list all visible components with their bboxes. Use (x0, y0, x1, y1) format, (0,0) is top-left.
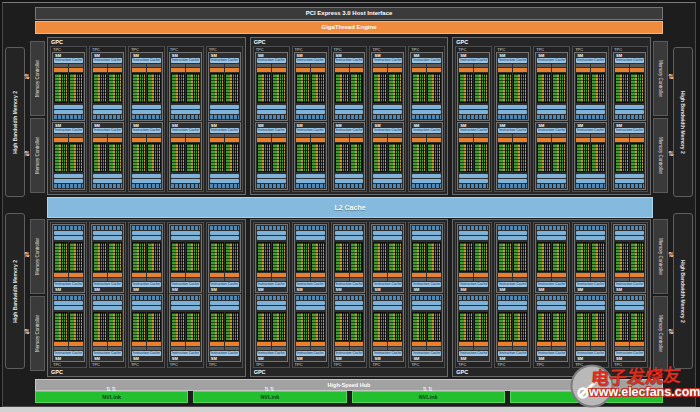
instruction-buffer-bar (311, 278, 325, 281)
core-grid (108, 312, 122, 342)
register-file-bar (576, 306, 605, 310)
gpc-box: GPCTPCSMInstruction CacheSMInstruction C… (452, 37, 651, 195)
sm-processing-block (257, 134, 271, 173)
memory-controller-bar: Memory Controller (653, 219, 668, 294)
instruction-buffer-bar (311, 64, 325, 67)
tpc-container: Instruction CacheSMInstruction CacheSMTP… (453, 220, 650, 368)
sm-processing-block (459, 134, 473, 173)
instruction-buffer-bar (459, 134, 473, 137)
sm-label: SM (497, 123, 528, 128)
sm-processing-blocks (210, 242, 239, 281)
core-grid (225, 242, 239, 272)
tpc-label: TPC (495, 362, 530, 367)
tpc-label: TPC (129, 362, 164, 367)
sm-label: SM (458, 123, 489, 128)
sm-processing-block (591, 64, 605, 103)
shared-memory-bar (537, 110, 566, 114)
sm-processing-block (186, 134, 200, 173)
texture-units-bar (373, 115, 402, 119)
shared-memory-bar (537, 231, 566, 235)
sm-processing-blocks (296, 312, 325, 351)
tpc-label: TPC (332, 362, 367, 367)
instruction-buffer-bar (108, 347, 122, 350)
instruction-buffer-bar (474, 347, 488, 350)
core-grid (186, 73, 200, 103)
warp-scheduler-bar (311, 138, 325, 142)
sm-processing-block (630, 64, 644, 103)
warp-scheduler-bar (552, 273, 566, 277)
sm-processing-blocks (537, 312, 566, 351)
gpc-label: GPC (48, 368, 245, 376)
instruction-cache-bar: Instruction Cache (171, 58, 200, 63)
register-file-bar (257, 105, 286, 109)
nvlink-arrows-row: ⇅⇅⇅⇅⇅⇅⇅⇅ (35, 386, 663, 392)
sm-processing-block (427, 64, 441, 103)
sm-processing-block (147, 242, 161, 281)
warp-scheduler-bar (591, 342, 605, 346)
register-file-bar (335, 306, 364, 310)
gpc-box: GPCTPCSMInstruction CacheSMInstruction C… (250, 37, 449, 195)
sm-block: SMInstruction Cache (294, 122, 327, 191)
sm-processing-block (427, 134, 441, 173)
sm-block: SMInstruction Cache (52, 52, 85, 121)
tpc-box: Instruction CacheSMInstruction CacheSMTP… (167, 222, 204, 368)
instruction-buffer-bar (537, 64, 551, 67)
tpc-container: TPCSMInstruction CacheSMInstruction Cach… (251, 46, 448, 194)
warp-scheduler-bar (427, 273, 441, 277)
instruction-buffer-bar (93, 134, 107, 137)
texture-units-bar (537, 226, 566, 230)
instruction-buffer-bar (412, 64, 426, 67)
core-grid (427, 312, 441, 342)
texture-units-bar (335, 184, 364, 188)
sm-processing-blocks (576, 312, 605, 351)
sm-processing-block (171, 134, 185, 173)
sm-label: SM (92, 356, 123, 361)
warp-scheduler-bar (132, 342, 146, 346)
warp-scheduler-bar (459, 273, 473, 277)
sm-block: Instruction CacheSM (91, 294, 124, 363)
core-grid (272, 73, 286, 103)
core-grid (335, 312, 349, 342)
register-file-bar (132, 236, 161, 240)
instruction-buffer-bar (171, 64, 185, 67)
warp-scheduler-bar (54, 68, 68, 72)
texture-units-bar (537, 184, 566, 188)
texture-units-bar (576, 226, 605, 230)
core-grid (537, 73, 551, 103)
shared-memory-bar (373, 110, 402, 114)
sm-processing-block (54, 312, 68, 351)
register-file-bar (459, 236, 488, 240)
sm-processing-block (630, 312, 644, 351)
tpc-label: TPC (51, 362, 86, 367)
sm-processing-block (350, 242, 364, 281)
warp-scheduler-bar (210, 138, 224, 142)
warp-scheduler-bar (552, 138, 566, 142)
instruction-buffer-bar (388, 278, 402, 281)
texture-units-bar (93, 226, 122, 230)
texture-units-bar (335, 296, 364, 300)
sm-processing-block (296, 64, 310, 103)
shared-memory-bar (373, 231, 402, 235)
memory-arrow: ⇅ (23, 73, 31, 81)
sm-processing-block (552, 242, 566, 281)
sm-block: SMInstruction Cache (574, 122, 607, 191)
shared-memory-bar (210, 301, 239, 305)
sm-processing-blocks (132, 242, 161, 281)
register-file-bar (412, 306, 441, 310)
sm-processing-block (615, 134, 629, 173)
sm-label: SM (334, 287, 365, 292)
instruction-cache-bar: Instruction Cache (210, 58, 239, 63)
texture-units-bar (615, 184, 644, 188)
sm-block: Instruction CacheSM (130, 224, 163, 293)
warp-scheduler-bar (474, 273, 488, 277)
register-file-bar (412, 105, 441, 109)
sm-processing-block (474, 64, 488, 103)
sm-processing-blocks (615, 134, 644, 173)
shared-memory-bar (93, 110, 122, 114)
core-grid (513, 73, 527, 103)
hub-nvlink-arrows: ⇅⇅ (352, 386, 505, 392)
warp-scheduler-bar (388, 273, 402, 277)
register-file-bar (615, 105, 644, 109)
instruction-buffer-bar (296, 347, 310, 350)
instruction-buffer-bar (93, 347, 107, 350)
